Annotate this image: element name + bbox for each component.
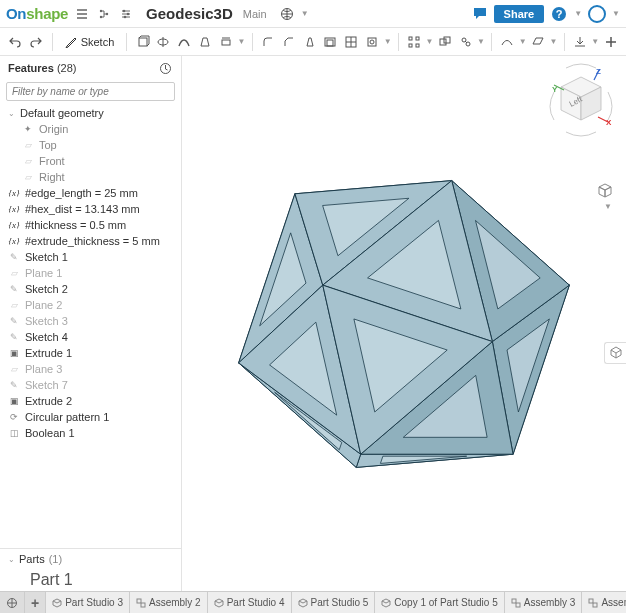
transform-icon[interactable]	[456, 31, 475, 53]
feature-item[interactable]: ▱Plane 1	[0, 265, 181, 281]
tree-default-geometry[interactable]: ⌄ Default geometry	[0, 105, 181, 121]
feature-item[interactable]: {x}#edge_length = 25 mm	[0, 185, 181, 201]
parts-header[interactable]: ⌄ Parts (1)	[0, 548, 181, 569]
draft-icon[interactable]	[300, 31, 319, 53]
revolve-icon[interactable]	[154, 31, 173, 53]
var-icon: {x}	[8, 187, 20, 199]
viewport-3d[interactable]: Left X Y Z ▼	[182, 56, 626, 591]
feature-filter-input[interactable]	[6, 82, 175, 101]
custom-feature-icon[interactable]	[601, 31, 620, 53]
thicken-icon[interactable]	[217, 31, 236, 53]
feature-tree: ⌄ Default geometry ✦Origin ▱Top ▱Front ▱…	[0, 105, 181, 548]
user-avatar[interactable]	[588, 5, 606, 23]
tab-part[interactable]: Part Studio 4	[208, 592, 292, 613]
bo-icon: ◫	[8, 427, 20, 439]
tab-part[interactable]: Part Studio 5	[292, 592, 376, 613]
help-icon[interactable]: ?	[550, 5, 568, 23]
part-studio-icon	[52, 598, 62, 608]
svg-rect-18	[416, 37, 419, 40]
globe-icon[interactable]	[279, 6, 295, 22]
svg-rect-86	[589, 599, 593, 603]
svg-marker-81	[215, 599, 223, 603]
isometric-view-icon[interactable]	[594, 180, 616, 202]
chevron-down-icon[interactable]: ▼	[238, 37, 246, 46]
feature-item[interactable]: ▱Plane 3	[0, 361, 181, 377]
tab-asm[interactable]: Assembly 4	[582, 592, 626, 613]
sketch-button[interactable]: Sketch	[59, 31, 121, 53]
sk-icon: ✎	[8, 331, 20, 343]
section-view-icon[interactable]	[604, 342, 626, 364]
tab-tools[interactable]	[0, 592, 25, 613]
feature-item[interactable]: ✎Sketch 2	[0, 281, 181, 297]
shell-icon[interactable]	[321, 31, 340, 53]
rollback-icon[interactable]	[157, 60, 173, 76]
settings-icon[interactable]	[118, 6, 134, 22]
hole-icon[interactable]	[363, 31, 382, 53]
chevron-down-icon[interactable]: ▼	[550, 37, 558, 46]
workspace-name[interactable]: Main	[243, 8, 267, 20]
feature-item[interactable]: ✎Sketch 4	[0, 329, 181, 345]
sweep-icon[interactable]	[175, 31, 194, 53]
plane-icon[interactable]	[529, 31, 548, 53]
chamfer-icon[interactable]	[279, 31, 298, 53]
comment-icon[interactable]	[472, 6, 488, 22]
chevron-down-icon[interactable]: ▼	[477, 37, 485, 46]
sk-icon: ✎	[8, 379, 20, 391]
cp-icon: ⟳	[8, 411, 20, 423]
feature-item[interactable]: ⟳Circular pattern 1	[0, 409, 181, 425]
tab-asm[interactable]: Assembly 2	[130, 592, 208, 613]
chevron-down-icon[interactable]: ▼	[301, 9, 309, 18]
feature-panel: Features (28) ⌄ Default geometry ✦Origin…	[0, 56, 182, 591]
share-button[interactable]: Share	[494, 5, 545, 23]
part-item[interactable]: Part 1	[0, 569, 181, 591]
features-header: Features (28)	[0, 56, 181, 80]
chevron-down-icon[interactable]: ▼	[591, 37, 599, 46]
add-tab-button[interactable]: +	[25, 592, 46, 613]
tree-origin[interactable]: ✦Origin	[0, 121, 181, 137]
chevron-down-icon[interactable]: ▼	[425, 37, 433, 46]
var-icon: {x}	[8, 203, 20, 215]
svg-rect-15	[368, 38, 376, 46]
feature-item[interactable]: ▱Plane 2	[0, 297, 181, 313]
boolean-icon[interactable]	[435, 31, 454, 53]
svg-rect-85	[516, 603, 520, 607]
ex-icon: ▣	[8, 347, 20, 359]
chevron-down-icon[interactable]: ▼	[604, 202, 612, 211]
chevron-down-icon[interactable]: ▼	[574, 9, 582, 18]
feature-item[interactable]: ✎Sketch 3	[0, 313, 181, 329]
undo-button[interactable]	[6, 31, 25, 53]
import-icon[interactable]	[570, 31, 589, 53]
loft-icon[interactable]	[196, 31, 215, 53]
rib-icon[interactable]	[342, 31, 361, 53]
svg-rect-9	[139, 38, 147, 46]
feature-item[interactable]: ✎Sketch 7	[0, 377, 181, 393]
tab-part[interactable]: Part Studio 3	[46, 592, 130, 613]
feature-item[interactable]: ✎Sketch 1	[0, 249, 181, 265]
fillet-icon[interactable]	[258, 31, 277, 53]
tree-right-plane[interactable]: ▱Right	[0, 169, 181, 185]
feature-item[interactable]: ◫Boolean 1	[0, 425, 181, 441]
tree-icon[interactable]	[96, 6, 112, 22]
surface-icon[interactable]	[498, 31, 517, 53]
feature-item[interactable]: ▣Extrude 2	[0, 393, 181, 409]
feature-item[interactable]: {x}#extrude_thickness = 5 mm	[0, 233, 181, 249]
view-cube[interactable]: Left X Y Z	[546, 62, 616, 152]
tab-asm[interactable]: Assembly 3	[505, 592, 583, 613]
feature-item[interactable]: {x}#thickness = 0.5 mm	[0, 217, 181, 233]
redo-button[interactable]	[27, 31, 46, 53]
chevron-down-icon[interactable]: ▼	[384, 37, 392, 46]
tree-top-plane[interactable]: ▱Top	[0, 137, 181, 153]
tree-front-plane[interactable]: ▱Front	[0, 153, 181, 169]
feature-item[interactable]: {x}#hex_dist = 13.143 mm	[0, 201, 181, 217]
pattern-icon[interactable]	[405, 31, 424, 53]
extrude-icon[interactable]	[133, 31, 152, 53]
chevron-down-icon[interactable]: ▼	[612, 9, 620, 18]
tab-part[interactable]: Copy 1 of Part Studio 5	[375, 592, 504, 613]
svg-rect-19	[409, 44, 412, 47]
svg-point-0	[100, 9, 102, 11]
chevron-down-icon[interactable]: ▼	[519, 37, 527, 46]
feature-item[interactable]: ▣Extrude 1	[0, 345, 181, 361]
logo[interactable]: Onshape	[6, 5, 68, 22]
hamburger-icon[interactable]	[74, 6, 90, 22]
document-name[interactable]: Geodesic3D	[146, 5, 233, 22]
